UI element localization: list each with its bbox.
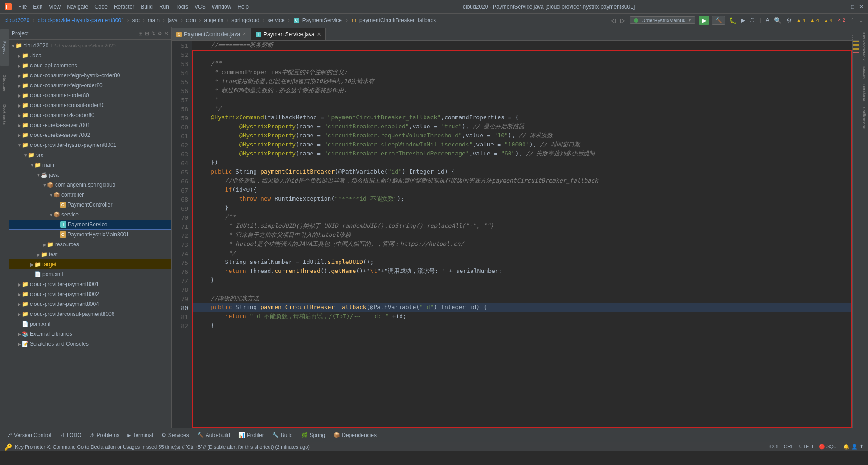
translate-icon[interactable]: A [766, 17, 769, 23]
breadcrumb-service[interactable]: service [268, 17, 285, 23]
terminal-button[interactable]: ▶ Terminal [124, 431, 157, 439]
tree-package[interactable]: ▼ 📦 com.angenin.springcloud [9, 180, 171, 190]
tree-provider-8002[interactable]: ▶ 📁 cloud-provider-payment8002 [9, 289, 171, 299]
tree-resources[interactable]: ▶ 📁 resources [9, 240, 171, 249]
tree-payment-controller[interactable]: C PaymentController [9, 200, 171, 210]
todo-button[interactable]: ☑ TODO [56, 431, 85, 439]
tree-main[interactable]: ▼ 📁 main [9, 160, 171, 170]
menu-navigate[interactable]: Navigate [64, 3, 91, 11]
breadcrumb-angenin[interactable]: angenin [204, 17, 224, 23]
spring-button[interactable]: 🌿 Spring [297, 431, 329, 439]
tab-service-close[interactable]: ✕ [317, 32, 321, 38]
structure-panel-toggle[interactable]: Structure [0, 67, 9, 99]
breadcrumb-project[interactable]: cloud2020 [5, 17, 29, 23]
tab-payment-controller[interactable]: C PaymentController.java ✕ [172, 28, 251, 40]
run-button[interactable]: ▶ [699, 16, 709, 25]
nav-back-button[interactable]: ◁ [611, 17, 616, 24]
breadcrumb-src[interactable]: src [132, 17, 140, 23]
menu-code[interactable]: Code [92, 3, 110, 11]
services-button[interactable]: ⚙ Services [158, 431, 193, 439]
scroll-to-icon[interactable]: ↯ [151, 30, 156, 37]
coverage-button[interactable]: ▶̤ [741, 17, 745, 23]
tree-payment-service[interactable]: I PaymentService [9, 220, 171, 230]
tree-hystrix-payment[interactable]: ▼ 📁 cloud-provider-hystrix-payment8001 [9, 140, 171, 150]
menu-build[interactable]: Build [138, 3, 156, 11]
breadcrumb-springcloud[interactable]: springcloud [231, 17, 259, 23]
run-config-selector[interactable]: OrderHystrixMain80 ▾ [630, 16, 696, 24]
notifications-toggle[interactable]: Notifications [861, 104, 867, 132]
dependencies-button[interactable]: 📦 Dependencies [330, 431, 380, 439]
tree-ext-libs[interactable]: ▶ 📚 External Libraries [9, 329, 171, 339]
tree-provider-consul-8006[interactable]: ▶ 📁 cloud-providerconsul-payment8006 [9, 309, 171, 319]
tree-controller-folder[interactable]: ▼ 📦 controller [9, 190, 171, 200]
profiler-button[interactable]: 📊 Profiler [235, 431, 268, 439]
editor-menu-icon[interactable]: ⋮ [850, 34, 855, 40]
nav-forward-button[interactable]: ▷ [620, 17, 625, 24]
tree-main-label: main [42, 162, 54, 168]
maximize-button[interactable]: □ [851, 4, 854, 10]
tree-provider-8001[interactable]: ▶ 📁 cloud-provider-payment8001 [9, 279, 171, 289]
collapse-icon[interactable]: ⌄ [859, 17, 863, 23]
breadcrumb-module[interactable]: cloud-provider-hystrix-payment8001 [38, 17, 124, 23]
settings-gear-icon[interactable]: ⚙ [157, 30, 162, 37]
build-button[interactable]: 🔧 Build [269, 431, 297, 439]
tree-consumer-zk[interactable]: ▶ 📁 cloud-consumerzk-order80 [9, 110, 171, 120]
menu-help[interactable]: Help [235, 3, 251, 11]
tree-consumer-consul[interactable]: ▶ 📁 cloud-consumerconsul-order80 [9, 100, 171, 110]
menu-view[interactable]: View [46, 3, 63, 11]
tree-consumer-feign[interactable]: ▶ 📁 cloud-consumer-feign-order80 [9, 80, 171, 90]
maven-toggle[interactable]: Maven [861, 64, 867, 81]
debug-button[interactable]: 🐛 [729, 17, 736, 24]
key-promoter-toggle[interactable]: Key Promoter X [861, 29, 867, 64]
collapse-all-icon[interactable]: ⊟ [145, 30, 149, 37]
tree-service-folder[interactable]: ▼ 📦 service [9, 210, 171, 220]
expand-icon[interactable]: ⌃ [850, 17, 854, 23]
breadcrumb-java[interactable]: java [168, 17, 178, 23]
tree-pom-root[interactable]: 📄 pom.xml [9, 319, 171, 329]
menu-edit[interactable]: Edit [30, 3, 45, 11]
breadcrumb-main[interactable]: main [148, 17, 160, 23]
menu-refactor[interactable]: Refactor [111, 3, 137, 11]
tree-consumer-feign-hystrix[interactable]: ▶ 📁 cloud-consumer-feign-hystrix-order80 [9, 70, 171, 80]
tree-target[interactable]: ▶ 📁 target [9, 259, 171, 269]
code-editor[interactable]: 51 52 53 54 55 56 57 58 59 60 61 62 63 6… [172, 41, 859, 428]
menu-window[interactable]: Window [209, 3, 234, 11]
tree-api-commons[interactable]: ▶ 📁 cloud-api-commons [9, 61, 171, 70]
tree-provider-8004[interactable]: ▶ 📁 cloud-provider-payment8004 [9, 299, 171, 309]
expand-all-icon[interactable]: ⊞ [138, 30, 143, 37]
breadcrumb-method[interactable]: m paymentCircuitBreaker_fallback [351, 17, 437, 23]
tab-controller-close[interactable]: ✕ [242, 31, 246, 37]
tree-src[interactable]: ▼ 📁 src [9, 150, 171, 160]
bookmarks-panel-toggle[interactable]: Bookmarks [0, 99, 9, 131]
tree-hystrix-main[interactable]: C PaymentHystrixMain8001 [9, 230, 171, 240]
build-button[interactable]: 🔨 [712, 16, 725, 25]
menu-vcs[interactable]: VCS [192, 3, 208, 11]
auto-build-button[interactable]: 🔨 Auto-build [193, 431, 234, 439]
settings-button[interactable]: ⚙ [786, 17, 792, 24]
breadcrumb-com[interactable]: com [186, 17, 196, 23]
breadcrumb-class[interactable]: C PaymentService [293, 17, 343, 23]
menu-file[interactable]: File [15, 3, 29, 11]
menu-run[interactable]: Run [156, 3, 172, 11]
tree-pom-inner[interactable]: 📄 pom.xml [9, 269, 171, 279]
search-everywhere-button[interactable]: 🔍 [774, 17, 782, 24]
code-content[interactable]: //=========服务熔断 /** * commandProperties中… [192, 41, 852, 428]
tree-eureka-7002[interactable]: ▶ 📁 cloud-eureka-server7002 [9, 130, 171, 140]
project-panel-toggle[interactable]: Project [0, 29, 9, 66]
tree-eureka-7001[interactable]: ▶ 📁 cloud-eureka-server7001 [9, 120, 171, 130]
tree-consumer-order[interactable]: ▶ 📁 cloud-consumer-order80 [9, 90, 171, 100]
tree-test[interactable]: ▶ 📁 test [9, 249, 171, 259]
tree-idea[interactable]: ▶ 📁 .idea [9, 51, 171, 61]
tree-scratches[interactable]: ▶ 📝 Scratches and Consoles [9, 339, 171, 349]
problems-button[interactable]: ⚠ Problems [86, 431, 123, 439]
minimize-button[interactable]: ─ [843, 4, 847, 10]
database-toggle[interactable]: Database [861, 81, 867, 104]
version-control-button[interactable]: ⎇ Version Control [2, 431, 55, 439]
tree-root[interactable]: ▼ 📁 cloud2020 E:\idea-workspace\cloud202… [9, 41, 171, 51]
close-panel-icon[interactable]: ✕ [164, 30, 169, 37]
close-button[interactable]: ✕ [859, 4, 863, 10]
menu-tools[interactable]: Tools [173, 3, 191, 11]
tree-java[interactable]: ▼ ☕ java [9, 170, 171, 180]
tab-payment-service[interactable]: I PaymentService.java ✕ [251, 28, 326, 40]
profiler-run-button[interactable]: ⏱ [750, 17, 755, 23]
